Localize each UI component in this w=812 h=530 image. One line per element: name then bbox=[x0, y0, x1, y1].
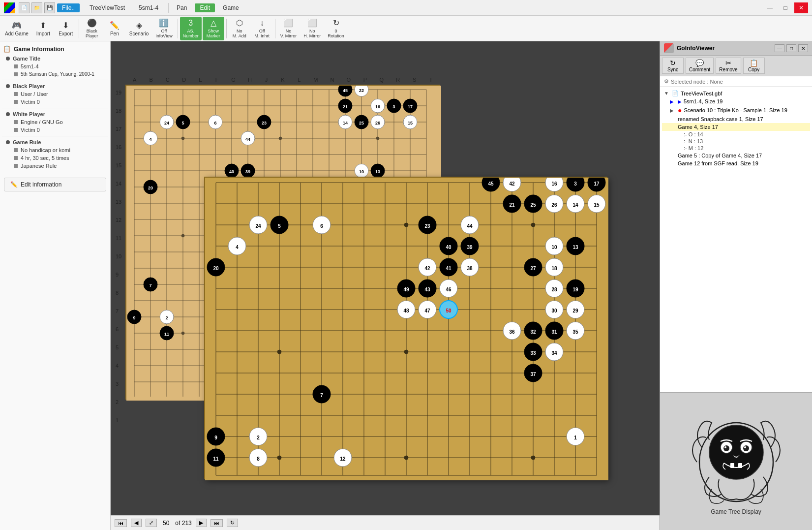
svg-text:2: 2 bbox=[165, 315, 168, 320]
pen-button[interactable]: ✏️ Pen bbox=[104, 17, 125, 40]
h-mirror-button[interactable]: ⬜ NoH. Mirror bbox=[301, 17, 324, 40]
scenario-button[interactable]: ◈ Scenario bbox=[126, 17, 151, 40]
sq-icon-5 bbox=[14, 120, 18, 124]
svg-text:9: 9 bbox=[133, 315, 135, 320]
black-player-button[interactable]: ⚫ BlackPlayer bbox=[81, 17, 103, 40]
divider-2 bbox=[2, 108, 108, 108]
game-rule-value-3: Japanese Rule bbox=[6, 162, 108, 170]
toolbar-separator-1 bbox=[79, 19, 79, 38]
svg-text:29: 29 bbox=[572, 308, 578, 313]
main-layout: 📋 Game Information Game Title 5sm1-4 5th… bbox=[0, 41, 812, 530]
svg-text:47: 47 bbox=[424, 308, 430, 313]
svg-text:43: 43 bbox=[424, 287, 430, 292]
nav-expand-button[interactable]: ⤢ bbox=[146, 519, 157, 527]
tree-view[interactable]: ▼ 📄 TreeViewTest.gbf ▶ ▶ 5sm1-4, Size 19… bbox=[660, 87, 812, 392]
sq-icon-2 bbox=[14, 72, 18, 76]
nav-first-button[interactable]: ⏮ bbox=[115, 519, 127, 527]
red-dot-icon: ● bbox=[678, 106, 682, 114]
v-mirror-icon: ⬜ bbox=[283, 18, 293, 28]
remove-icon: ✂ bbox=[725, 59, 731, 67]
game-tree-display: Game Tree Display bbox=[660, 392, 812, 530]
node-icon: ⚙ bbox=[664, 78, 669, 85]
m-add-button[interactable]: ⬡ NoM. Add bbox=[229, 17, 250, 40]
show-marker-button[interactable]: △ ShowMarker bbox=[203, 17, 224, 40]
svg-text:6: 6 bbox=[320, 223, 323, 229]
nav-last-button[interactable]: ⏭ bbox=[211, 519, 223, 527]
svg-text:39: 39 bbox=[467, 245, 473, 250]
svg-text:26: 26 bbox=[375, 121, 380, 125]
title-bar: 📄 📁 💾 File.. TreeViewTest 5sm1-4 Pan Edi… bbox=[0, 0, 812, 16]
fg-board-grid: 45 42 16 3 17 21 25 26 bbox=[205, 178, 608, 480]
svg-text:5: 5 bbox=[278, 223, 281, 229]
go-logo bbox=[664, 43, 674, 53]
svg-text:12: 12 bbox=[340, 456, 346, 462]
tree-item-game12[interactable]: Game 12 from SGF read, Size 19 bbox=[662, 159, 810, 167]
panel-minimize[interactable]: — bbox=[775, 44, 784, 52]
panel-maximize[interactable]: □ bbox=[786, 44, 796, 52]
svg-text:31: 31 bbox=[551, 329, 557, 335]
nav-bottom: ⏮ ◀ ⤢ 50 of 213 ▶ ⏭ ↻ bbox=[111, 515, 660, 530]
svg-text:44: 44 bbox=[467, 223, 473, 229]
svg-text:34: 34 bbox=[551, 350, 557, 356]
menu-pan[interactable]: Pan bbox=[171, 3, 193, 12]
white-player-victim: Victim 0 bbox=[6, 126, 108, 134]
game-title-subsection: Game Title 5sm1-4 5th Samsun Cup, Yusung… bbox=[6, 55, 108, 78]
info-view-icon: ℹ️ bbox=[159, 18, 169, 28]
svg-text:8: 8 bbox=[257, 456, 260, 462]
comment-button[interactable]: 💬 Comment bbox=[686, 58, 714, 74]
import-button[interactable]: ⬆ Import bbox=[32, 17, 54, 40]
v-mirror-button[interactable]: ⬜ NoV. Mirror bbox=[277, 17, 300, 40]
svg-text:23: 23 bbox=[262, 121, 267, 125]
selected-node-bar: ⚙ Selected node : None bbox=[660, 76, 812, 87]
board-area[interactable]: A B C D E F G H J K L M N O P Q R S T bbox=[111, 41, 660, 530]
minimize-button[interactable]: — bbox=[763, 2, 777, 13]
maximize-button[interactable]: □ bbox=[779, 2, 792, 13]
game-title-dot bbox=[6, 57, 10, 61]
copy-button[interactable]: 📋 Copy bbox=[743, 58, 765, 74]
black-player-header: Black Player bbox=[6, 82, 108, 90]
svg-text:42: 42 bbox=[509, 181, 515, 187]
tree-item-game5[interactable]: Game 5 : Copy of Game 4, Size 17 bbox=[662, 152, 810, 159]
m-inhrt-button[interactable]: ↓ OffM. Inhrt bbox=[251, 17, 273, 40]
copy-icon: 📋 bbox=[750, 59, 758, 67]
sync-icon: ↻ bbox=[670, 59, 676, 67]
info-toolbar: ↻ Sync 💬 Comment ✂ Remove 📋 Copy bbox=[660, 56, 812, 76]
file-icon: 📄 bbox=[672, 90, 679, 96]
as-number-icon: 3 bbox=[188, 19, 193, 28]
svg-point-40 bbox=[279, 137, 282, 140]
tree-item-snapback[interactable]: renamed Snapback case 1, Size 17 bbox=[662, 115, 810, 123]
tree-item-game4[interactable]: Game 4, Size 17 bbox=[662, 123, 810, 131]
svg-text:4: 4 bbox=[149, 137, 151, 142]
nav-prev-button[interactable]: ◀ bbox=[131, 519, 142, 527]
tree-item-root[interactable]: ▼ 📄 TreeViewTest.gbf bbox=[662, 89, 810, 97]
as-number-button[interactable]: 3 AS.Number bbox=[180, 17, 202, 40]
panel-close[interactable]: ✕ bbox=[798, 44, 808, 52]
expand-arrow-5sm: ▶ bbox=[670, 99, 676, 104]
rotation-button[interactable]: ↻ 0Rotation bbox=[325, 17, 347, 40]
svg-text:35: 35 bbox=[572, 329, 578, 335]
tree-item-5sm[interactable]: ▶ ▶ 5sm1-4, Size 19 bbox=[662, 97, 810, 105]
tree-item-scenario[interactable]: ▶ ● Scenario 10 : Triple Ko - Sample 1, … bbox=[662, 105, 810, 115]
nav-next-button[interactable]: ▶ bbox=[196, 519, 207, 527]
file-icon: 📄 bbox=[19, 2, 30, 13]
menu-edit[interactable]: Edit bbox=[195, 3, 215, 12]
file-menu-button[interactable]: File.. bbox=[57, 3, 80, 12]
edit-information-button[interactable]: ✏️ Edit information bbox=[4, 178, 106, 191]
sq-icon-9 bbox=[14, 164, 18, 168]
nav-refresh-button[interactable]: ↻ bbox=[227, 519, 238, 527]
h-mirror-icon: ⬜ bbox=[307, 18, 317, 28]
add-game-button[interactable]: 🎮 Add Game bbox=[2, 17, 31, 40]
menu-game[interactable]: Game bbox=[217, 3, 245, 12]
remove-button[interactable]: ✂ Remove bbox=[716, 58, 741, 74]
svg-text:25: 25 bbox=[530, 202, 536, 208]
svg-text:4: 4 bbox=[236, 245, 239, 250]
close-button[interactable]: ✕ bbox=[794, 2, 808, 13]
sync-button[interactable]: ↻ Sync bbox=[662, 58, 684, 74]
expand-arrow-root: ▼ bbox=[664, 91, 670, 96]
svg-text:27: 27 bbox=[530, 266, 536, 271]
svg-text:7: 7 bbox=[320, 393, 323, 398]
export-button[interactable]: ⬇ Export bbox=[55, 17, 77, 40]
info-view-button[interactable]: ℹ️ OffInfoView bbox=[152, 17, 175, 40]
total-moves: of 213 bbox=[175, 520, 191, 527]
tree-sub-m12: :- M : 12 bbox=[662, 145, 810, 152]
